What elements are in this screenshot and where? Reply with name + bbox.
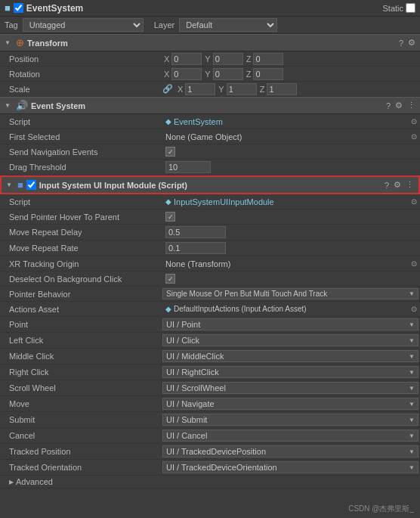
es-drag-threshold-value	[162, 160, 420, 174]
im-cancel-row: Cancel UI / Cancel ▼	[0, 428, 420, 444]
im-move-arrow: ▼	[409, 401, 415, 408]
es-first-selected-label: First Selected	[0, 132, 162, 142]
im-tracked-orientation-row: Tracked Orientation UI / TrackedDeviceOr…	[0, 460, 420, 476]
position-z-input[interactable]	[253, 53, 283, 65]
y-label: Y	[203, 54, 212, 64]
es-header-icons: ? ⚙ ⋮	[386, 101, 415, 110]
im-tracked-position-value: UI / TrackedDevicePosition	[166, 447, 266, 456]
im-collapse-arrow[interactable]: ▼	[6, 181, 12, 188]
im-advanced-row[interactable]: ▶ Advanced	[0, 476, 420, 489]
im-xr-nav-icon: ⊙	[411, 259, 417, 268]
im-point-arrow: ▼	[409, 321, 415, 328]
im-header-left: ▼ ■ Input System UI Input Module (Script…	[6, 179, 187, 191]
rotation-x-input[interactable]	[171, 68, 202, 80]
im-point-dropdown[interactable]: UI / Point ▼	[162, 318, 418, 330]
tag-dropdown[interactable]: Untagged	[23, 18, 144, 32]
eventsystem-icon: ■	[5, 2, 11, 14]
im-help-icon[interactable]: ?	[384, 181, 389, 190]
im-pointer-behavior-arrow: ▼	[409, 290, 415, 297]
layer-label: Layer	[154, 20, 175, 29]
im-move-delay-row: Move Repeat Delay	[0, 225, 420, 240]
es-dots-icon[interactable]: ⋮	[407, 101, 415, 110]
im-cancel-dropdown[interactable]: UI / Cancel ▼	[162, 430, 418, 442]
tag-layer-row: Tag Untagged Layer Default	[0, 17, 420, 34]
active-checkbox[interactable]	[14, 3, 23, 13]
es-first-selected-nav-icon: ⊙	[411, 132, 417, 141]
im-left-click-dropdown[interactable]: UI / Click ▼	[162, 334, 418, 346]
im-tracked-orientation-dropdown[interactable]: UI / TrackedDeviceOrientation ▼	[162, 461, 418, 473]
sx-label: X	[176, 85, 184, 94]
eventsystem-title: EventSystem	[26, 3, 83, 14]
im-script-object[interactable]: InputSystemUIInputModule	[174, 197, 274, 206]
es-help-icon[interactable]: ?	[386, 101, 391, 110]
im-right-click-row: Right Click UI / RightClick ▼	[0, 364, 420, 380]
es-drag-threshold-row: Drag Threshold	[0, 160, 420, 175]
im-middle-click-dropdown[interactable]: UI / MiddleClick ▼	[162, 350, 418, 362]
rotation-z-input[interactable]	[253, 68, 283, 80]
static-label: Static	[382, 4, 403, 13]
scale-z-input[interactable]	[267, 83, 297, 95]
position-x-input[interactable]	[171, 53, 202, 65]
es-script-object[interactable]: EventSystem	[174, 117, 223, 126]
im-move-dropdown[interactable]: UI / Navigate ▼	[162, 398, 418, 410]
im-active-checkbox[interactable]	[26, 180, 36, 190]
im-right-click-arrow: ▼	[409, 369, 415, 376]
im-settings-icon[interactable]: ⚙	[394, 180, 401, 190]
static-checkbox[interactable]	[406, 3, 415, 13]
es-send-nav-checkbox[interactable]: ✓	[165, 147, 175, 157]
es-collapse-arrow[interactable]: ▼	[5, 102, 11, 109]
ry-label: Y	[203, 70, 212, 79]
im-submit-value: UI / Submit	[166, 415, 207, 424]
eventsystem-header: ■ EventSystem Static	[0, 0, 420, 17]
transform-collapse-arrow[interactable]: ▼	[5, 39, 11, 46]
im-point-row: Point UI / Point ▼	[0, 317, 420, 333]
im-dots-icon[interactable]: ⋮	[406, 180, 414, 190]
im-xr-tracking-value: None (Transform) ⊙	[162, 259, 420, 269]
es-first-selected-text: None (Game Object)	[165, 132, 242, 141]
transform-settings-icon[interactable]: ⚙	[408, 38, 415, 48]
im-xr-tracking-label: XR Tracking Origin	[0, 259, 162, 269]
im-script-label: Script	[0, 197, 162, 207]
main-panel: ■ EventSystem Static Tag Untagged Layer …	[0, 0, 420, 489]
im-scroll-wheel-dropdown[interactable]: UI / ScrollWheel ▼	[162, 382, 418, 394]
im-tracked-position-dropdown[interactable]: UI / TrackedDevicePosition ▼	[162, 445, 418, 458]
position-y-input[interactable]	[213, 53, 243, 65]
position-fields: X Y Z	[162, 53, 420, 65]
im-scroll-wheel-arrow: ▼	[409, 385, 415, 392]
position-label: Position	[0, 54, 162, 64]
im-middle-click-arrow: ▼	[409, 353, 415, 360]
im-move-value: UI / Navigate	[166, 399, 215, 408]
es-drag-threshold-label: Drag Threshold	[0, 162, 162, 172]
im-script-row: Script ◆ InputSystemUIInputModule ⊙	[0, 194, 420, 209]
im-send-pointer-checkbox[interactable]: ✓	[165, 212, 175, 222]
im-deselect-checkbox[interactable]: ✓	[165, 274, 175, 284]
es-title: Event System	[31, 101, 85, 110]
im-submit-dropdown[interactable]: UI / Submit ▼	[162, 414, 418, 426]
sz-label: Z	[258, 85, 267, 94]
static-container: Static	[382, 3, 415, 13]
im-script-value: ◆ InputSystemUIInputModule ⊙	[162, 197, 420, 207]
im-pointer-behavior-label: Pointer Behavior	[0, 289, 162, 299]
im-move-row: Move UI / Navigate ▼	[0, 396, 420, 412]
z-label: Z	[245, 54, 253, 64]
im-move-label: Move	[0, 399, 162, 409]
im-submit-label: Submit	[0, 414, 162, 425]
im-move-delay-input[interactable]	[165, 226, 226, 238]
rotation-fields: X Y Z	[162, 68, 420, 80]
es-drag-threshold-input[interactable]	[165, 161, 211, 173]
im-actions-asset-row: Actions Asset ◆ DefaultInputActions (Inp…	[0, 302, 420, 317]
transform-help-icon[interactable]: ?	[399, 39, 403, 48]
advanced-collapse-arrow: ▶	[9, 479, 14, 485]
es-header-left: ▼ 🔊 Event System	[5, 100, 85, 111]
im-actions-asset-icon: ◆	[165, 305, 171, 313]
im-right-click-dropdown[interactable]: UI / RightClick ▼	[162, 366, 418, 378]
im-tracked-orientation-value: UI / TrackedDeviceOrientation	[166, 463, 277, 472]
es-settings-icon[interactable]: ⚙	[395, 101, 403, 110]
rotation-y-input[interactable]	[213, 68, 243, 80]
scale-x-input[interactable]	[185, 83, 215, 95]
layer-dropdown[interactable]: Default	[179, 18, 277, 32]
im-move-rate-input[interactable]	[165, 242, 226, 254]
scale-y-input[interactable]	[227, 83, 257, 95]
im-tracked-position-arrow: ▼	[409, 448, 415, 455]
im-pointer-behavior-dropdown[interactable]: Single Mouse Or Pen But Multi Touch And …	[162, 288, 418, 299]
